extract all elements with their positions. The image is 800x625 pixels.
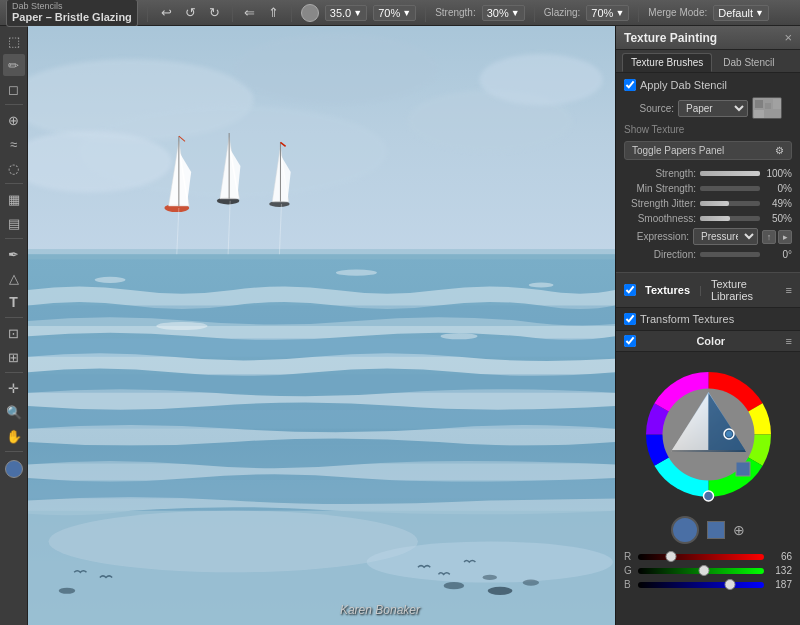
red-track[interactable] bbox=[638, 554, 764, 560]
min-strength-slider-row: Min Strength: 0% bbox=[624, 183, 792, 194]
smoothness-track[interactable] bbox=[700, 216, 760, 221]
strength-box[interactable]: 30% ▼ bbox=[482, 5, 525, 21]
glazing-arrow: ▼ bbox=[615, 8, 624, 18]
sep3 bbox=[291, 4, 292, 22]
stencil-selector[interactable]: Dab Stencils Paper – Bristle Glazing bbox=[6, 0, 138, 27]
stencil-title: Dab Stencils bbox=[12, 1, 132, 12]
rotate-left-icon[interactable]: ↺ bbox=[181, 3, 201, 23]
zoom-tool[interactable]: 🔍 bbox=[3, 401, 25, 423]
current-color-swatch[interactable] bbox=[671, 516, 699, 544]
blue-label: B bbox=[624, 579, 634, 590]
strength-slider-label: Strength: bbox=[624, 168, 696, 179]
tab-dab-stencil[interactable]: Dab Stencil bbox=[714, 53, 783, 72]
left-toolbar: ⬚ ✏ ◻ ⊕ ≈ ◌ ▦ ▤ ✒ △ T ⊡ ⊞ ✛ 🔍 ✋ bbox=[0, 26, 28, 625]
lt-sep2 bbox=[5, 183, 23, 184]
svg-point-15 bbox=[49, 511, 418, 573]
glazing-label: Glazing: bbox=[544, 7, 581, 18]
canvas-area[interactable]: Karen Bonaker bbox=[28, 26, 615, 625]
hand-tool[interactable]: ✋ bbox=[3, 425, 25, 447]
blue-track[interactable] bbox=[638, 582, 764, 588]
show-texture-label: Show Texture bbox=[624, 124, 684, 135]
expr-icon-1[interactable]: ↑ bbox=[762, 230, 776, 244]
swatch-row: ⊕ bbox=[616, 512, 800, 546]
transform-textures-checkbox[interactable] bbox=[624, 313, 636, 325]
panel-close-button[interactable]: × bbox=[784, 30, 792, 45]
merge-box[interactable]: Default ▼ bbox=[713, 5, 769, 21]
svg-rect-11 bbox=[28, 410, 615, 428]
svg-rect-17 bbox=[28, 249, 615, 259]
glazing-value: 70% bbox=[591, 7, 613, 19]
text-tool[interactable]: T bbox=[3, 291, 25, 313]
textures-enabled-checkbox[interactable] bbox=[624, 284, 636, 296]
expression-dropdown[interactable]: Pressure bbox=[693, 228, 758, 245]
svg-point-40 bbox=[95, 277, 126, 283]
expr-icon-2[interactable]: ▸ bbox=[778, 230, 792, 244]
textures-menu-icon[interactable]: ≡ bbox=[786, 284, 792, 296]
tab-texture-brushes[interactable]: Texture Brushes bbox=[622, 53, 712, 72]
min-strength-slider-label: Min Strength: bbox=[624, 183, 696, 194]
strength-jitter-slider-row: Strength Jitter: 49% bbox=[624, 198, 792, 209]
texture-libraries-tab[interactable]: Texture Libraries bbox=[706, 277, 782, 303]
clone-tool[interactable]: ⊕ bbox=[3, 109, 25, 131]
arrow-icon[interactable]: ↩ bbox=[157, 3, 177, 23]
secondary-color-swatch[interactable] bbox=[707, 521, 725, 539]
strength-arrow: ▼ bbox=[511, 8, 520, 18]
svg-point-6 bbox=[480, 54, 603, 105]
selection-tool[interactable]: ⬚ bbox=[3, 30, 25, 52]
green-track[interactable] bbox=[638, 568, 764, 574]
shape-tool[interactable]: △ bbox=[3, 267, 25, 289]
rotate-right-icon[interactable]: ↻ bbox=[205, 3, 225, 23]
fill-tool[interactable]: ▦ bbox=[3, 188, 25, 210]
texture-thumbnail bbox=[752, 97, 782, 119]
strength-slider-track[interactable] bbox=[700, 171, 760, 176]
source-label: Source: bbox=[624, 103, 674, 114]
color-menu-icon[interactable]: ≡ bbox=[786, 335, 792, 347]
eraser-tool[interactable]: ◻ bbox=[3, 78, 25, 100]
color-enabled-checkbox[interactable] bbox=[624, 335, 636, 347]
svg-point-59 bbox=[703, 491, 713, 501]
zoom-box[interactable]: 70% ▼ bbox=[373, 5, 416, 21]
top-toolbar: Dab Stencils Paper – Bristle Glazing ↩ ↺… bbox=[0, 0, 800, 26]
stencil-box[interactable]: Dab Stencils Paper – Bristle Glazing bbox=[6, 0, 138, 27]
direction-track[interactable] bbox=[700, 252, 760, 257]
flip-v-icon[interactable]: ⇑ bbox=[264, 3, 284, 23]
strength-value: 30% bbox=[487, 7, 509, 19]
gear-icon: ⚙ bbox=[775, 145, 784, 156]
strength-jitter-track[interactable] bbox=[700, 201, 760, 206]
crop-tool[interactable]: ⊡ bbox=[3, 322, 25, 344]
blur-tool[interactable]: ◌ bbox=[3, 157, 25, 179]
red-slider-row: R 66 bbox=[624, 551, 792, 562]
apply-dab-stencil-checkbox[interactable] bbox=[624, 79, 636, 91]
smear-tool[interactable]: ≈ bbox=[3, 133, 25, 155]
eyedropper-tool[interactable]: ✛ bbox=[3, 377, 25, 399]
transform-tool[interactable]: ⊞ bbox=[3, 346, 25, 368]
expression-label: Expression: bbox=[624, 231, 689, 242]
glazing-box[interactable]: 70% ▼ bbox=[586, 5, 629, 21]
source-dropdown[interactable]: Paper bbox=[678, 100, 748, 117]
svg-point-33 bbox=[444, 582, 465, 589]
gradient-tool[interactable]: ▤ bbox=[3, 212, 25, 234]
color-picker-icon[interactable]: ⊕ bbox=[733, 522, 745, 538]
sep6 bbox=[638, 4, 639, 22]
size-box[interactable]: 35.0 ▼ bbox=[325, 5, 367, 21]
brush-tool[interactable]: ✏ bbox=[3, 54, 25, 76]
red-thumb bbox=[665, 551, 676, 562]
textures-tab[interactable]: Textures bbox=[640, 283, 695, 297]
svg-rect-46 bbox=[755, 100, 763, 108]
smoothness-label: Smoothness: bbox=[624, 213, 696, 224]
svg-rect-12 bbox=[28, 445, 615, 463]
svg-point-44 bbox=[441, 333, 478, 339]
rgb-sliders: R 66 G 132 B 187 bbox=[616, 546, 800, 598]
pen-tool[interactable]: ✒ bbox=[3, 243, 25, 265]
min-strength-slider-track[interactable] bbox=[700, 186, 760, 191]
color-wheel[interactable] bbox=[636, 362, 781, 507]
svg-rect-47 bbox=[765, 103, 771, 109]
textures-section-header: Textures | Texture Libraries ≡ bbox=[616, 272, 800, 308]
zoom-value: 70% bbox=[378, 7, 400, 19]
expression-icons: ↑ ▸ bbox=[762, 230, 792, 244]
color-swatch[interactable] bbox=[5, 460, 23, 478]
strength-slider-val: 100% bbox=[764, 168, 792, 179]
svg-point-41 bbox=[336, 270, 377, 276]
flip-h-icon[interactable]: ⇐ bbox=[240, 3, 260, 23]
toggle-papers-button[interactable]: Toggle Papers Panel ⚙ bbox=[624, 141, 792, 160]
